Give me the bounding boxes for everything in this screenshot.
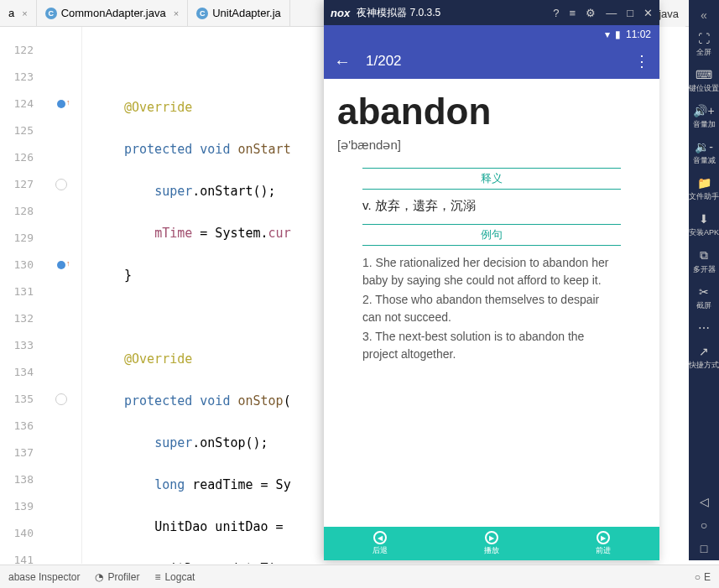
java-class-icon: C: [45, 8, 57, 19]
sidebar-more[interactable]: ⋯: [689, 316, 719, 340]
gutter-markers: [40, 27, 82, 564]
maximize-icon[interactable]: □: [627, 7, 633, 19]
word-examples: 1. She rationalized her decision to aban…: [337, 254, 646, 363]
sidebar-file-assist[interactable]: 📁文件助手: [689, 171, 719, 207]
tab-label: UnitAdapter.ja: [212, 7, 281, 19]
titlebar-actions: ? ≡ ⚙ — □ ✕: [553, 7, 653, 19]
word-phonetic: [ə'bændən]: [337, 138, 646, 153]
sidebar-shortcut[interactable]: ↗快捷方式: [689, 340, 719, 376]
emulator-title: 夜神模拟器 7.0.3.5: [357, 6, 440, 20]
tab-unitadapter[interactable]: CUnitAdapter.ja: [188, 0, 290, 26]
tab-label: a: [8, 7, 14, 19]
emulator-titlebar[interactable]: nox 夜神模拟器 7.0.3.5 ? ≡ ⚙ — □ ✕: [324, 0, 659, 25]
sidebar-volume-down[interactable]: 🔉-音量减: [689, 135, 719, 171]
back-arrow-icon[interactable]: ←: [334, 52, 351, 71]
tab-partial-left[interactable]: a×: [0, 0, 37, 26]
collapse-icon[interactable]: «: [701, 3, 707, 27]
home-icon: ○: [701, 518, 707, 532]
profiler-button[interactable]: ◔Profiler: [95, 571, 139, 583]
close-icon[interactable]: ×: [22, 8, 27, 18]
circle-icon: ○: [695, 571, 701, 583]
event-log-button[interactable]: ○E: [695, 571, 711, 583]
sidebar-screenshot[interactable]: ✂截屏: [689, 280, 719, 316]
volume-down-icon: 🔉-: [695, 140, 713, 154]
logcat-button[interactable]: ≡Logcat: [154, 571, 195, 583]
example-2: 2. Those who abandon themselves to despa…: [362, 291, 621, 326]
word-definition: v. 放弃，遗弃，沉溺: [337, 198, 646, 224]
word-content: abandon [ə'bændən] 释义 v. 放弃，遗弃，沉溺 例句 1. …: [324, 79, 659, 377]
app-toolbar: ← 1/202 ⋮: [324, 44, 659, 79]
emulator-screen[interactable]: ▾ ▮ 11:02 ← 1/202 ⋮ abandon [ə'bændən] 释…: [324, 25, 659, 560]
sidebar-fullscreen[interactable]: ⛶全屏: [689, 27, 719, 63]
logcat-icon: ≡: [154, 571, 160, 583]
example-label: 例句: [362, 224, 621, 246]
minimize-icon[interactable]: —: [606, 7, 617, 19]
sidebar-install-apk[interactable]: ⬇安装APK: [689, 207, 719, 243]
emulator-sidebar: « ⛶全屏 ⌨键位设置 🔊+音量加 🔉-音量减 📁文件助手 ⬇安装APK ⧉多开…: [689, 0, 719, 560]
download-icon: ⬇: [699, 212, 709, 226]
tab-label: CommonAdapter.java: [61, 7, 166, 19]
example-3: 3. The next-best solution is to abandon …: [362, 328, 621, 363]
definition-label: 释义: [362, 168, 621, 190]
close-icon[interactable]: ✕: [643, 7, 653, 19]
next-icon: ▶: [597, 531, 610, 544]
keyboard-icon: ⌨: [696, 68, 712, 81]
sidebar-volume-up[interactable]: 🔊+音量加: [689, 99, 719, 135]
nox-logo: nox: [331, 7, 350, 19]
android-home-button[interactable]: ○: [689, 513, 719, 537]
nav-play-button[interactable]: ▶播放: [435, 527, 547, 560]
status-time: 11:02: [626, 29, 651, 40]
database-inspector-button[interactable]: abase Inspector: [8, 571, 80, 583]
battery-icon: ▮: [615, 29, 621, 40]
play-icon: ▶: [485, 531, 498, 544]
back-icon: ◁: [700, 495, 709, 508]
example-1: 1. She rationalized her decision to aban…: [362, 254, 621, 289]
menu-icon[interactable]: ≡: [570, 7, 576, 19]
settings-icon[interactable]: ⚙: [586, 7, 596, 19]
sidebar-multi-instance[interactable]: ⧉多开器: [689, 243, 719, 280]
folder-icon: 📁: [697, 176, 711, 190]
close-icon[interactable]: ×: [174, 8, 179, 18]
java-class-icon: C: [196, 8, 208, 19]
nav-next-button[interactable]: ▶前进: [548, 527, 659, 560]
windows-icon: ⧉: [700, 248, 708, 263]
wifi-icon: ▾: [605, 29, 610, 40]
override-marker-icon[interactable]: [57, 100, 65, 108]
sidebar-keymap[interactable]: ⌨键位设置: [689, 63, 719, 99]
word-title: abandon: [337, 91, 646, 133]
fullscreen-icon: ⛶: [698, 32, 710, 45]
nav-back-button[interactable]: ◀后退: [324, 527, 435, 560]
fold-icon[interactable]: [55, 393, 67, 405]
profiler-icon: ◔: [95, 571, 103, 583]
tab-commonadapter[interactable]: CCommonAdapter.java×: [37, 0, 188, 26]
more-icon: ⋯: [698, 321, 710, 335]
override-marker-icon[interactable]: [57, 261, 65, 269]
shortcut-icon: ↗: [699, 345, 709, 358]
android-recents-button[interactable]: □: [689, 537, 719, 560]
page-counter: 1/202: [366, 53, 402, 70]
fold-icon[interactable]: [55, 179, 67, 190]
overflow-menu-icon[interactable]: ⋮: [634, 52, 649, 70]
scissors-icon: ✂: [699, 285, 709, 299]
android-statusbar: ▾ ▮ 11:02: [324, 25, 659, 44]
bottom-nav: ◀后退 ▶播放 ▶前进: [324, 527, 659, 560]
recents-icon: □: [701, 542, 707, 555]
line-gutter: 1221231241251261271281291301311321331341…: [0, 27, 40, 564]
android-back-button[interactable]: ◁: [689, 490, 719, 513]
ide-bottom-bar: abase Inspector ◔Profiler ≡Logcat ○E: [0, 565, 719, 588]
prev-icon: ◀: [373, 531, 387, 544]
emulator-window: nox 夜神模拟器 7.0.3.5 ? ≡ ⚙ — □ ✕ ▾ ▮ 11:02 …: [324, 0, 659, 560]
volume-up-icon: 🔊+: [693, 104, 714, 117]
help-icon[interactable]: ?: [553, 7, 559, 19]
